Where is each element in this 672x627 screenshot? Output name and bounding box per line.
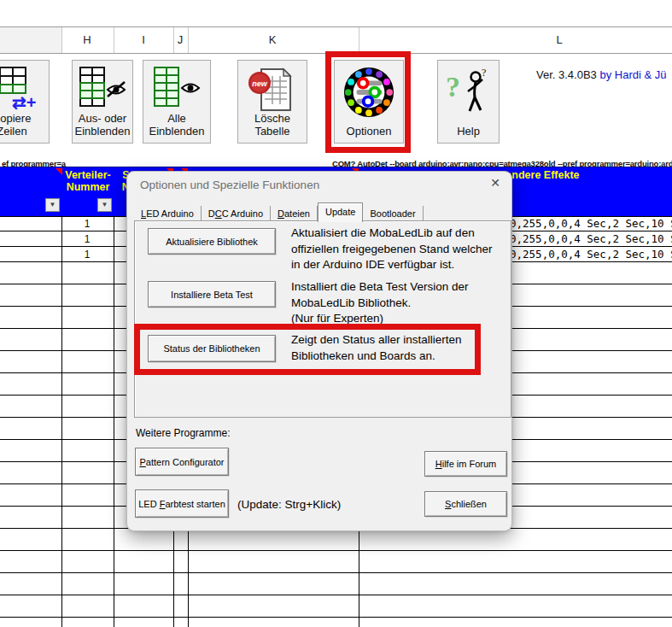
tab-led-arduino[interactable]: LED Arduino <box>134 206 202 221</box>
pattern-configurator-button[interactable]: Pattern Configurator <box>135 448 229 476</box>
gridline <box>0 550 672 551</box>
hide-show-rows-button[interactable]: Aus- oder Einblenden <box>72 60 133 144</box>
header-verteiler-nummer: Verteiler- Nummer <box>61 169 114 193</box>
version-text: Ver. 3.4.0B3 by Hardi & Jü <box>536 68 667 81</box>
copy-rows-label-2: Zeilen <box>0 125 27 138</box>
help-label: Help <box>457 125 480 138</box>
tab-dcc-arduino[interactable]: DCC Arduino <box>202 206 271 221</box>
copy-rows-button[interactable]: ⇄+ Kopiere Zeilen <box>0 60 50 144</box>
show-all-label-2: Einblenden <box>149 125 204 138</box>
copy-rows-icon: ⇄+ <box>0 66 36 114</box>
cell-verteiler-row2[interactable]: 1 <box>61 233 113 245</box>
cell-effect-row3[interactable]: 0,255,0,0,4 Sec,2 Sec,10 S <box>510 248 672 261</box>
cell-effect-row1[interactable]: 0,255,0,0,4 Sec,2 Sec,10 S <box>510 217 672 230</box>
hide-show-icon <box>75 66 130 114</box>
filter-arrow-icon: ▼ <box>102 201 108 208</box>
column-divider <box>114 27 114 53</box>
hide-show-label-1: Aus- oder <box>79 112 126 125</box>
column-letter-j[interactable]: J <box>178 33 184 46</box>
clear-table-icon: new <box>248 66 297 115</box>
filter-arrow-icon: ▼ <box>50 201 56 208</box>
hide-show-label-2: Einblenden <box>74 125 130 138</box>
update-shortcut-note: (Update: Strg+Klick) <box>237 497 341 513</box>
status-highlight-box <box>134 324 481 375</box>
version-author: by Hardi & Jü <box>599 68 666 81</box>
column-letter-k[interactable]: K <box>269 33 277 46</box>
eye-slash-icon <box>108 82 125 97</box>
svg-text:new: new <box>252 79 268 88</box>
clear-table-button[interactable]: new Lösche Tabelle <box>237 60 307 144</box>
tab-update[interactable]: Update <box>318 202 363 222</box>
column-letter-l[interactable]: L <box>556 33 562 46</box>
update-library-description: Aktualisiert die MobaLedLib auf denoffiz… <box>291 226 492 273</box>
dialog-title: Optionen und Spezielle Funktionen <box>140 179 319 191</box>
update-library-button[interactable]: Aktualisiere Bibliothek <box>148 228 276 255</box>
install-beta-button[interactable]: Installiere Beta Test <box>148 281 276 308</box>
column-divider <box>359 27 359 53</box>
new-badge-icon: new <box>248 72 271 94</box>
filter-dropdown-button[interactable]: ▼ <box>97 198 112 212</box>
help-button[interactable]: ? ? Help <box>437 60 500 144</box>
copy-rows-label-1: Kopiere <box>0 112 31 125</box>
svg-text:?: ? <box>446 71 460 103</box>
options-dialog: Optionen und Spezielle Funktionen ✕ LED … <box>126 171 512 531</box>
show-all-label-1: Alle <box>167 112 186 125</box>
cell-effect-row2[interactable]: 0,255,0,0,4 Sec,2 Sec,10 S <box>510 232 672 245</box>
column-letter-h[interactable]: H <box>83 33 91 46</box>
forum-help-button[interactable]: Hilfe im Forum <box>424 451 507 477</box>
clear-table-label-1: Lösche <box>254 112 290 125</box>
close-dialog-button[interactable]: Schließen <box>424 491 507 517</box>
clear-table-label-2: Tabelle <box>254 125 289 138</box>
column-divider <box>188 27 189 53</box>
tab-bootloader[interactable]: Bootloader <box>363 206 423 221</box>
gridline <box>0 617 672 618</box>
eye-icon <box>182 85 199 92</box>
options-highlight-box <box>325 51 411 153</box>
cell-verteiler-row1[interactable]: 1 <box>61 218 113 230</box>
gridline <box>0 595 672 595</box>
close-icon[interactable]: ✕ <box>490 176 500 190</box>
dialog-tabstrip: LED Arduino DCC Arduino Dateien Update B… <box>134 205 424 221</box>
help-icon: ? ? <box>444 66 494 119</box>
install-beta-description: Installiert die Beta Test Version derMob… <box>291 279 469 327</box>
column-divider <box>61 27 62 53</box>
column-letter-i[interactable]: I <box>142 33 145 46</box>
column-header-band: H I J K L <box>0 26 672 54</box>
led-colortest-button[interactable]: LED Farbtest starten <box>135 489 229 518</box>
mobaledlib-excel-window: { "icons": { "filter": "▼", "close": "✕"… <box>0 0 672 627</box>
gridline <box>0 572 672 573</box>
show-all-icon <box>149 66 204 114</box>
filter-dropdown-button[interactable]: ▼ <box>45 198 60 212</box>
gridline <box>114 215 114 627</box>
column-divider <box>173 27 174 53</box>
column-header-cell <box>0 27 61 53</box>
more-programs-label: Weitere Programme: <box>136 427 230 439</box>
gridline <box>61 215 62 627</box>
show-all-rows-button[interactable]: Alle Einblenden <box>143 60 211 144</box>
svg-text:⇄+: ⇄+ <box>12 93 36 112</box>
cell-verteiler-row3[interactable]: 1 <box>61 249 113 261</box>
tab-dateien[interactable]: Dateien <box>271 206 318 221</box>
svg-text:?: ? <box>482 67 486 79</box>
